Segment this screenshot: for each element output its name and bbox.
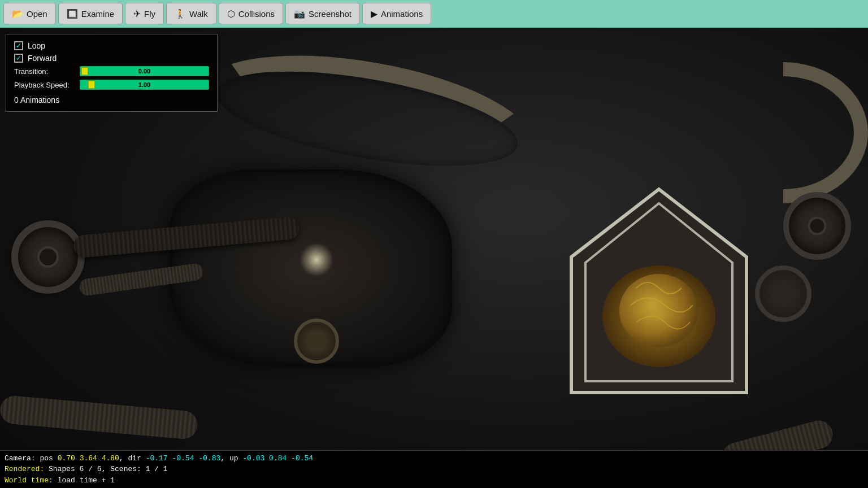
open-button[interactable]: 📂 Open [3, 3, 56, 24]
transition-thumb[interactable] [81, 67, 88, 75]
loop-row: Loop [14, 41, 209, 50]
status-line-2: Rendered: Shapes 6 / 6, Scenes: 1 / 1 [5, 464, 863, 475]
camera-dir: -0.17 -0.54 -0.83 [146, 453, 221, 464]
viewport[interactable]: Loop Forward Transition: 0.00 Playback S… [0, 28, 868, 488]
animation-panel: Loop Forward Transition: 0.00 Playback S… [6, 34, 218, 112]
playback-label: Playback Speed: [14, 81, 76, 89]
forward-row: Forward [14, 54, 209, 63]
rendered-label: Rendered: [5, 464, 49, 475]
statusbar: Camera: pos 0.70 3.64 4.80 , dir -0.17 -… [0, 450, 868, 489]
forward-checkbox[interactable] [14, 54, 23, 63]
fly-button[interactable]: ✈ Fly [125, 3, 164, 24]
toolbar: 📂 Open 🔲 Examine ✈ Fly 🚶 Walk ⬡ Collisio… [0, 0, 868, 28]
playback-thumb[interactable] [88, 81, 95, 89]
transition-value: 0.00 [138, 68, 150, 75]
status-line-1: Camera: pos 0.70 3.64 4.80 , dir -0.17 -… [5, 453, 863, 464]
transition-row: Transition: 0.00 [14, 66, 209, 76]
animations-button[interactable]: ▶ Animations [362, 3, 431, 24]
playback-row: Playback Speed: 1.00 [14, 80, 209, 90]
transition-label: Transition: [14, 67, 76, 76]
playback-slider[interactable]: 1.00 [80, 80, 209, 90]
playback-value: 1.00 [138, 81, 150, 88]
wheel-center [294, 319, 339, 364]
loop-label: Loop [28, 41, 45, 50]
transition-slider[interactable]: 0.00 [80, 66, 209, 76]
screenshot-button[interactable]: 📷 Screenshot [285, 3, 360, 24]
gear-left [11, 220, 85, 294]
camera-up: -0.03 0.84 -0.54 [242, 453, 313, 464]
gear-right [783, 192, 851, 260]
rendered-value: Shapes 6 / 6, Scenes: 1 / 1 [49, 464, 168, 475]
fly-icon: ✈ [133, 8, 141, 19]
loop-checkbox[interactable] [14, 41, 23, 50]
examine-icon: 🔲 [67, 8, 78, 19]
central-highlight [300, 243, 333, 277]
forward-label: Forward [28, 54, 57, 63]
animations-icon: ▶ [371, 8, 377, 19]
worldtime-value: load time + 1 [58, 475, 115, 486]
animation-count: 0 Animations [14, 95, 209, 104]
ornate-frame-svg [568, 186, 749, 395]
worldtime-label: World time: [5, 475, 58, 486]
camera-label: Camera: pos [5, 453, 58, 464]
open-icon: 📂 [12, 8, 23, 19]
gear-lower-right [755, 265, 811, 322]
collisions-button[interactable]: ⬡ Collisions [219, 3, 283, 24]
up-label: , up [220, 453, 242, 464]
screenshot-icon: 📷 [294, 8, 305, 19]
dir-label: , dir [119, 453, 146, 464]
ornate-panel-group [568, 186, 749, 395]
walk-button[interactable]: 🚶 Walk [166, 3, 216, 24]
walk-icon: 🚶 [175, 8, 186, 19]
status-line-3: World time: load time + 1 [5, 475, 863, 486]
camera-pos: 0.70 3.64 4.80 [58, 453, 119, 464]
collisions-icon: ⬡ [227, 8, 235, 19]
examine-button[interactable]: 🔲 Examine [58, 3, 123, 24]
